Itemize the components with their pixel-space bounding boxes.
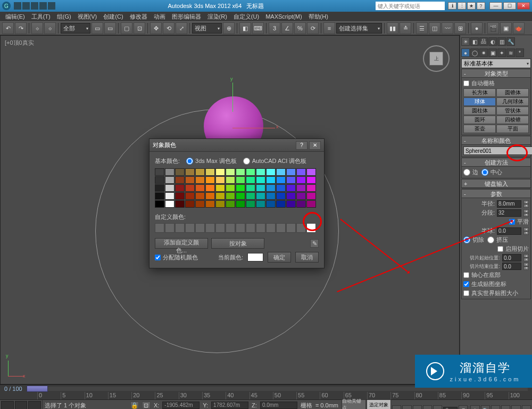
systems-cat-icon[interactable]: *	[516, 48, 524, 57]
maximize-btn[interactable]: ☐	[503, 2, 516, 10]
graphite-icon[interactable]: ◫	[429, 22, 440, 34]
lock-icon[interactable]: 🔒	[130, 402, 139, 409]
curve-editor-icon[interactable]: 〰	[442, 22, 453, 34]
motion-tab-icon[interactable]: ◐	[488, 37, 497, 46]
keymode-icon[interactable]: ⌨	[252, 22, 264, 34]
display-tab-icon[interactable]: ▥	[497, 37, 506, 46]
unlink-icon[interactable]: ⟐	[44, 22, 56, 34]
custom-color-cell[interactable]	[226, 223, 235, 233]
lights-cat-icon[interactable]: ✷	[479, 48, 488, 57]
custom-color-cell[interactable]	[195, 223, 205, 233]
custom-color-cell[interactable]	[185, 223, 195, 233]
color-cell[interactable]	[226, 200, 235, 208]
color-cell[interactable]	[155, 200, 164, 208]
goto-end-icon[interactable]: ⏭	[433, 405, 442, 410]
select-icon[interactable]: ▭	[92, 22, 103, 34]
color-cell[interactable]	[165, 168, 174, 176]
menu-edit[interactable]: 编辑(E)	[2, 13, 28, 21]
color-cell[interactable]	[165, 176, 174, 184]
color-cell[interactable]	[286, 176, 296, 184]
color-cell[interactable]	[266, 192, 276, 200]
cancel-btn[interactable]: 取消	[295, 252, 319, 263]
color-cell[interactable]	[306, 192, 316, 200]
play-icon[interactable]: ▶	[413, 405, 422, 410]
utilities-tab-icon[interactable]: 🔧	[506, 37, 515, 46]
rollout-params[interactable]: -参数	[462, 190, 530, 198]
rollout-keyboard[interactable]: +键盘输入	[462, 179, 530, 188]
custom-color-cell[interactable]	[165, 223, 174, 233]
color-cell[interactable]	[236, 176, 245, 184]
fov-icon[interactable]: ◿	[501, 405, 510, 410]
cameras-cat-icon[interactable]: ▣	[488, 48, 497, 57]
color-cell[interactable]	[276, 192, 286, 200]
selection-filter[interactable]: 全部	[61, 23, 90, 34]
qat-btn[interactable]	[22, 2, 30, 10]
goto-start-icon[interactable]: ⏮	[392, 405, 401, 410]
geosphere-btn[interactable]: 几何球体	[496, 97, 529, 106]
menu-group[interactable]: 组(G)	[54, 13, 74, 21]
modify-tab-icon[interactable]: ◧	[470, 37, 479, 46]
custom-color-cell[interactable]	[246, 223, 255, 233]
zoom-icon[interactable]: 🔍	[481, 405, 490, 410]
menu-maxscript[interactable]: MAXScript(M)	[262, 13, 305, 20]
color-cell[interactable]	[266, 184, 276, 192]
help-search[interactable]	[376, 2, 445, 10]
color-cell[interactable]	[155, 168, 164, 176]
zoom-ext-icon[interactable]: ⊡	[491, 405, 500, 410]
palette-autocad-radio[interactable]	[243, 158, 250, 165]
named-sel-set[interactable]: 创建选择集	[336, 23, 382, 34]
torus-btn[interactable]: 圆环	[463, 116, 496, 124]
segments-input[interactable]	[497, 209, 521, 217]
color-cell[interactable]	[226, 184, 235, 192]
undo-icon[interactable]: ↶	[2, 22, 14, 34]
color-cell[interactable]	[215, 192, 225, 200]
color-cell[interactable]	[296, 192, 306, 200]
object-name-input[interactable]	[463, 146, 532, 155]
angle-snap-icon[interactable]: ∠	[281, 22, 293, 34]
frame-input[interactable]: 0	[443, 407, 458, 410]
eyedropper-icon[interactable]: ✎	[310, 239, 319, 248]
custom-color-cell[interactable]	[256, 223, 265, 233]
hemisphere-input[interactable]	[497, 227, 521, 235]
spin-up[interactable]: ▴	[523, 200, 529, 204]
pan-icon[interactable]: ✥	[470, 405, 479, 410]
prev-frame-icon[interactable]: ◀	[402, 405, 411, 410]
custom-color-cell[interactable]	[175, 223, 185, 233]
cylinder-btn[interactable]: 圆柱体	[463, 107, 496, 115]
color-cell[interactable]	[296, 168, 306, 176]
rotate-icon[interactable]: ⟲	[163, 22, 174, 34]
color-cell[interactable]	[276, 200, 286, 208]
rollout-object-type[interactable]: -对象类型	[462, 69, 530, 78]
geometry-cat-icon[interactable]: ●	[461, 48, 470, 57]
custom-color-cell[interactable]	[205, 223, 215, 233]
by-object-btn[interactable]: 按对象	[211, 238, 264, 249]
viewcube[interactable]: 上	[423, 45, 450, 72]
custom-color-cell[interactable]	[296, 223, 306, 233]
manip-icon[interactable]: ◧	[239, 22, 251, 34]
sphere-btn[interactable]: 球体	[463, 97, 496, 106]
move-icon[interactable]: ✥	[150, 22, 162, 34]
link-icon[interactable]: ⟐	[31, 22, 43, 34]
color-cell[interactable]	[296, 176, 306, 184]
qat-btn[interactable]	[39, 2, 47, 10]
add-custom-btn[interactable]: 添加自定义颜色...	[155, 238, 208, 249]
color-cell[interactable]	[205, 200, 215, 208]
color-cell[interactable]	[195, 176, 205, 184]
color-cell[interactable]	[246, 200, 255, 208]
qat-btn[interactable]	[14, 2, 21, 10]
color-cell[interactable]	[286, 192, 296, 200]
color-cell[interactable]	[256, 184, 265, 192]
spinner-snap-icon[interactable]: ⟳	[307, 22, 319, 34]
color-cell[interactable]	[286, 184, 296, 192]
select-name-icon[interactable]: ▭	[104, 22, 116, 34]
menu-render[interactable]: 渲染(R)	[204, 13, 230, 21]
color-cell[interactable]	[185, 192, 195, 200]
color-cell[interactable]	[236, 192, 245, 200]
color-cell[interactable]	[205, 192, 215, 200]
time-config-icon[interactable]: ⧗	[459, 405, 468, 410]
align-icon[interactable]: ≛	[400, 22, 411, 34]
current-color-swatch[interactable]	[247, 253, 263, 261]
qat-btn[interactable]	[48, 2, 55, 10]
star-btn[interactable]: ★	[467, 2, 476, 10]
palette-3dsmax-radio[interactable]	[186, 158, 193, 165]
